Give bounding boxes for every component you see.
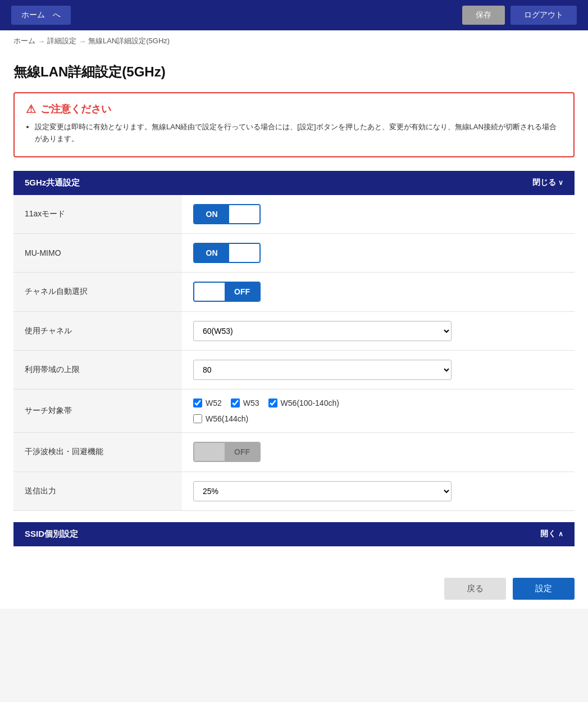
section-5ghz-label: 5GHz共通設定 [25, 178, 80, 188]
main-content: 無線LAN詳細設定(5GHz) ⚠ ご注意ください 設定変更は即時に有効となりま… [0, 52, 588, 569]
interference-value: OFF [182, 432, 575, 472]
w56-100-label: W56(100-140ch) [281, 398, 339, 407]
ax-mode-value: ON [182, 195, 575, 234]
w56-144-checkbox[interactable] [193, 414, 202, 423]
mu-mimo-toggle[interactable]: ON [193, 243, 261, 263]
w56-100-checkbox[interactable] [268, 398, 277, 407]
header-left: ホーム へ [11, 6, 71, 25]
search-band-checkboxes: W52 W53 W56(100-140ch) [193, 398, 563, 407]
warning-text: 設定変更は即時に有効となります。無線LAN経由で設定を行っている場合には、[設定… [26, 121, 562, 145]
tx-power-label: 送信出力 [13, 472, 182, 510]
bandwidth-label: 利用帯域の上限 [13, 350, 182, 389]
section-ssid-header: SSID個別設定 開く ∧ [13, 522, 575, 546]
breadcrumb-detail[interactable]: 詳細設定 [47, 36, 76, 46]
tx-power-select[interactable]: 25% 50% 75% 100% [193, 481, 452, 501]
interference-off: OFF [225, 443, 259, 461]
section-5ghz-header: 5GHz共通設定 閉じる ∨ [13, 171, 575, 195]
logout-button[interactable]: ログアウト [510, 6, 577, 25]
warning-box: ⚠ ご注意ください 設定変更は即時に有効となります。無線LAN経由で設定を行って… [13, 92, 575, 157]
warning-triangle-icon: ⚠ [26, 102, 36, 116]
channel-value: 60(W53) 36(W52) 40(W52) 44(W52) 48(W52) … [182, 311, 575, 350]
table-row: チャネル自動選択 OFF [13, 272, 575, 311]
breadcrumb-home[interactable]: ホーム [13, 36, 35, 46]
action-buttons: 戻る 設定 [0, 569, 588, 609]
w52-checkbox[interactable] [193, 398, 202, 407]
channel-select[interactable]: 60(W53) 36(W52) 40(W52) 44(W52) 48(W52) … [193, 321, 452, 341]
bandwidth-select[interactable]: 20 40 80 160 [193, 360, 452, 380]
mu-mimo-value: ON [182, 233, 575, 272]
page-title: 無線LAN詳細設定(5GHz) [13, 63, 575, 81]
set-button[interactable]: 設定 [513, 578, 575, 600]
auto-channel-on [194, 283, 225, 301]
section-5ghz-toggle[interactable]: 閉じる ∨ [532, 178, 563, 188]
w56-144-checkbox-item[interactable]: W56(144ch) [193, 414, 248, 423]
breadcrumb: ホーム → 詳細設定 → 無線LAN詳細設定(5GHz) [0, 30, 588, 52]
table-row: サーチ対象帯 W52 W53 W56(100-140ch) [13, 389, 575, 432]
section-ssid-label: SSID個別設定 [25, 529, 78, 540]
mu-mimo-label: MU-MIMO [13, 233, 182, 272]
table-row: 送信出力 25% 50% 75% 100% [13, 472, 575, 510]
header-right: 保存 ログアウト [462, 6, 577, 25]
w52-label: W52 [206, 398, 222, 407]
table-row: MU-MIMO ON [13, 233, 575, 272]
search-band-row2: W56(144ch) [193, 414, 563, 423]
breadcrumb-arrow1: → [38, 37, 45, 46]
home-button[interactable]: ホーム へ [11, 6, 71, 25]
w52-checkbox-item[interactable]: W52 [193, 398, 222, 407]
table-row: 使用チャネル 60(W53) 36(W52) 40(W52) 44(W52) 4… [13, 311, 575, 350]
interference-toggle: OFF [193, 442, 261, 462]
tx-power-value: 25% 50% 75% 100% [182, 472, 575, 510]
table-row: 11axモード ON [13, 195, 575, 234]
bandwidth-value: 20 40 80 160 [182, 350, 575, 389]
ax-mode-label: 11axモード [13, 195, 182, 234]
search-band-value: W52 W53 W56(100-140ch) W56(144ch) [182, 389, 575, 432]
w53-checkbox-item[interactable]: W53 [231, 398, 259, 407]
table-row: 干渉波検出・回避機能 OFF [13, 432, 575, 472]
ax-mode-toggle[interactable]: ON [193, 204, 261, 224]
chevron-down-icon: ∨ [558, 179, 563, 187]
auto-channel-value: OFF [182, 272, 575, 311]
table-row: 利用帯域の上限 20 40 80 160 [13, 350, 575, 389]
settings-table: 11axモード ON MU-MIMO ON チャネル自動選択 [13, 195, 575, 511]
auto-channel-label: チャネル自動選択 [13, 272, 182, 311]
w56-144-label: W56(144ch) [206, 414, 248, 423]
auto-channel-toggle[interactable]: OFF [193, 282, 261, 302]
back-button[interactable]: 戻る [444, 578, 506, 600]
ax-mode-off [229, 205, 259, 223]
interference-on [194, 443, 225, 461]
mu-mimo-on: ON [194, 244, 229, 262]
mu-mimo-off [229, 244, 259, 262]
chevron-up-icon: ∧ [558, 530, 563, 538]
section-ssid-toggle[interactable]: 開く ∧ [540, 529, 563, 539]
w56-100-checkbox-item[interactable]: W56(100-140ch) [268, 398, 339, 407]
warning-title: ⚠ ご注意ください [26, 102, 562, 116]
w53-label: W53 [243, 398, 259, 407]
ax-mode-on: ON [194, 205, 229, 223]
search-band-label: サーチ対象帯 [13, 389, 182, 432]
interference-label: 干渉波検出・回避機能 [13, 432, 182, 472]
breadcrumb-arrow2: → [79, 37, 86, 46]
auto-channel-off: OFF [225, 283, 259, 301]
header: ホーム へ 保存 ログアウト [0, 0, 588, 30]
channel-label: 使用チャネル [13, 311, 182, 350]
w53-checkbox[interactable] [231, 398, 240, 407]
breadcrumb-current: 無線LAN詳細設定(5GHz) [88, 36, 170, 46]
save-button[interactable]: 保存 [462, 6, 505, 25]
